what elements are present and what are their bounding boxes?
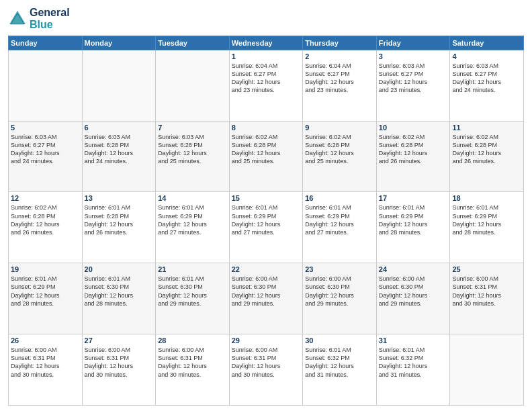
calendar-week-3: 12Sunrise: 6:02 AMSunset: 6:28 PMDayligh… xyxy=(9,192,524,263)
day-info: Sunrise: 6:03 AMSunset: 6:27 PMDaylight:… xyxy=(11,133,80,166)
day-number: 6 xyxy=(85,124,154,132)
day-number: 1 xyxy=(232,52,301,60)
day-info: Sunrise: 6:00 AMSunset: 6:31 PMDaylight:… xyxy=(11,346,80,379)
day-header-monday: Monday xyxy=(82,36,156,50)
day-number: 7 xyxy=(158,124,227,132)
day-number: 4 xyxy=(452,52,521,60)
day-number: 22 xyxy=(232,265,301,273)
day-number: 5 xyxy=(11,124,80,132)
day-number: 8 xyxy=(232,124,301,132)
day-number: 28 xyxy=(158,336,227,345)
logo-text: General Blue xyxy=(30,7,70,32)
day-number: 17 xyxy=(379,194,448,202)
day-header-friday: Friday xyxy=(376,36,450,50)
calendar-cell xyxy=(156,50,230,121)
calendar-cell: 13Sunrise: 6:01 AMSunset: 6:28 PMDayligh… xyxy=(82,192,156,263)
calendar-cell: 30Sunrise: 6:01 AMSunset: 6:32 PMDayligh… xyxy=(303,334,377,406)
calendar-cell: 6Sunrise: 6:03 AMSunset: 6:28 PMDaylight… xyxy=(82,121,156,192)
calendar-cell xyxy=(9,50,83,121)
header: General Blue xyxy=(8,7,524,32)
day-info: Sunrise: 6:00 AMSunset: 6:31 PMDaylight:… xyxy=(85,346,154,379)
calendar-cell: 12Sunrise: 6:02 AMSunset: 6:28 PMDayligh… xyxy=(9,192,83,263)
calendar-cell: 4Sunrise: 6:03 AMSunset: 6:27 PMDaylight… xyxy=(450,50,524,121)
calendar-cell: 16Sunrise: 6:01 AMSunset: 6:29 PMDayligh… xyxy=(303,192,377,263)
day-header-sunday: Sunday xyxy=(9,36,83,50)
day-info: Sunrise: 6:01 AMSunset: 6:28 PMDaylight:… xyxy=(85,203,154,236)
calendar-cell: 8Sunrise: 6:02 AMSunset: 6:28 PMDaylight… xyxy=(229,121,303,192)
calendar-cell: 5Sunrise: 6:03 AMSunset: 6:27 PMDaylight… xyxy=(9,121,83,192)
calendar-cell: 9Sunrise: 6:02 AMSunset: 6:28 PMDaylight… xyxy=(303,121,377,192)
calendar-cell: 29Sunrise: 6:00 AMSunset: 6:31 PMDayligh… xyxy=(229,334,303,406)
day-info: Sunrise: 6:02 AMSunset: 6:28 PMDaylight:… xyxy=(232,133,301,166)
calendar-week-1: 1Sunrise: 6:04 AMSunset: 6:27 PMDaylight… xyxy=(9,50,524,121)
day-number: 14 xyxy=(158,194,227,202)
calendar-cell: 22Sunrise: 6:00 AMSunset: 6:30 PMDayligh… xyxy=(229,263,303,334)
calendar-week-5: 26Sunrise: 6:00 AMSunset: 6:31 PMDayligh… xyxy=(9,334,524,406)
calendar-cell: 2Sunrise: 6:04 AMSunset: 6:27 PMDaylight… xyxy=(303,50,377,121)
day-info: Sunrise: 6:01 AMSunset: 6:32 PMDaylight:… xyxy=(379,346,448,379)
day-number: 25 xyxy=(452,265,521,273)
logo-icon xyxy=(8,9,27,28)
day-header-tuesday: Tuesday xyxy=(156,36,230,50)
day-info: Sunrise: 6:01 AMSunset: 6:32 PMDaylight:… xyxy=(305,346,374,379)
calendar-header-row: SundayMondayTuesdayWednesdayThursdayFrid… xyxy=(9,36,524,50)
calendar-cell xyxy=(82,50,156,121)
calendar-table: SundayMondayTuesdayWednesdayThursdayFrid… xyxy=(8,36,524,406)
day-info: Sunrise: 6:01 AMSunset: 6:29 PMDaylight:… xyxy=(11,275,80,308)
day-header-saturday: Saturday xyxy=(450,36,524,50)
calendar-cell: 28Sunrise: 6:00 AMSunset: 6:31 PMDayligh… xyxy=(156,334,230,406)
day-number: 13 xyxy=(85,194,154,202)
calendar-cell: 25Sunrise: 6:00 AMSunset: 6:31 PMDayligh… xyxy=(450,263,524,334)
day-info: Sunrise: 6:00 AMSunset: 6:30 PMDaylight:… xyxy=(232,275,301,308)
day-header-wednesday: Wednesday xyxy=(229,36,303,50)
day-info: Sunrise: 6:02 AMSunset: 6:28 PMDaylight:… xyxy=(305,133,374,166)
day-number: 30 xyxy=(305,336,374,345)
day-info: Sunrise: 6:02 AMSunset: 6:28 PMDaylight:… xyxy=(452,133,521,166)
day-number: 21 xyxy=(158,265,227,273)
day-number: 16 xyxy=(305,194,374,202)
day-number: 27 xyxy=(85,336,154,345)
day-number: 11 xyxy=(452,124,521,132)
calendar-cell: 21Sunrise: 6:01 AMSunset: 6:30 PMDayligh… xyxy=(156,263,230,334)
day-number: 24 xyxy=(379,265,448,273)
day-number: 31 xyxy=(379,336,448,345)
day-number: 3 xyxy=(379,52,448,60)
page: General Blue SundayMondayTuesdayWednesda… xyxy=(0,0,532,411)
calendar-cell: 17Sunrise: 6:01 AMSunset: 6:29 PMDayligh… xyxy=(376,192,450,263)
day-info: Sunrise: 6:00 AMSunset: 6:30 PMDaylight:… xyxy=(305,275,374,308)
day-number: 26 xyxy=(11,336,80,345)
day-number: 19 xyxy=(11,265,80,273)
calendar-cell: 31Sunrise: 6:01 AMSunset: 6:32 PMDayligh… xyxy=(376,334,450,406)
calendar-cell: 15Sunrise: 6:01 AMSunset: 6:29 PMDayligh… xyxy=(229,192,303,263)
calendar-cell: 11Sunrise: 6:02 AMSunset: 6:28 PMDayligh… xyxy=(450,121,524,192)
day-info: Sunrise: 6:03 AMSunset: 6:27 PMDaylight:… xyxy=(452,62,521,95)
day-info: Sunrise: 6:04 AMSunset: 6:27 PMDaylight:… xyxy=(305,62,374,95)
day-info: Sunrise: 6:00 AMSunset: 6:31 PMDaylight:… xyxy=(232,346,301,379)
calendar-cell xyxy=(450,334,524,406)
day-info: Sunrise: 6:03 AMSunset: 6:28 PMDaylight:… xyxy=(158,133,227,166)
calendar-cell: 1Sunrise: 6:04 AMSunset: 6:27 PMDaylight… xyxy=(229,50,303,121)
calendar-cell: 27Sunrise: 6:00 AMSunset: 6:31 PMDayligh… xyxy=(82,334,156,406)
day-number: 2 xyxy=(305,52,374,60)
calendar-cell: 23Sunrise: 6:00 AMSunset: 6:30 PMDayligh… xyxy=(303,263,377,334)
calendar-cell: 14Sunrise: 6:01 AMSunset: 6:29 PMDayligh… xyxy=(156,192,230,263)
calendar-cell: 24Sunrise: 6:00 AMSunset: 6:30 PMDayligh… xyxy=(376,263,450,334)
day-info: Sunrise: 6:03 AMSunset: 6:28 PMDaylight:… xyxy=(85,133,154,166)
day-number: 20 xyxy=(85,265,154,273)
day-number: 18 xyxy=(452,194,521,202)
day-number: 23 xyxy=(305,265,374,273)
day-info: Sunrise: 6:01 AMSunset: 6:29 PMDaylight:… xyxy=(379,203,448,236)
day-number: 12 xyxy=(11,194,80,202)
day-number: 29 xyxy=(232,336,301,345)
day-info: Sunrise: 6:04 AMSunset: 6:27 PMDaylight:… xyxy=(232,62,301,95)
logo: General Blue xyxy=(8,7,70,32)
day-info: Sunrise: 6:01 AMSunset: 6:29 PMDaylight:… xyxy=(232,203,301,236)
day-info: Sunrise: 6:01 AMSunset: 6:30 PMDaylight:… xyxy=(158,275,227,308)
day-info: Sunrise: 6:02 AMSunset: 6:28 PMDaylight:… xyxy=(11,203,80,236)
calendar-cell: 19Sunrise: 6:01 AMSunset: 6:29 PMDayligh… xyxy=(9,263,83,334)
day-info: Sunrise: 6:00 AMSunset: 6:31 PMDaylight:… xyxy=(158,346,227,379)
calendar-cell: 3Sunrise: 6:03 AMSunset: 6:27 PMDaylight… xyxy=(376,50,450,121)
day-number: 10 xyxy=(379,124,448,132)
calendar-cell: 20Sunrise: 6:01 AMSunset: 6:30 PMDayligh… xyxy=(82,263,156,334)
calendar-cell: 26Sunrise: 6:00 AMSunset: 6:31 PMDayligh… xyxy=(9,334,83,406)
